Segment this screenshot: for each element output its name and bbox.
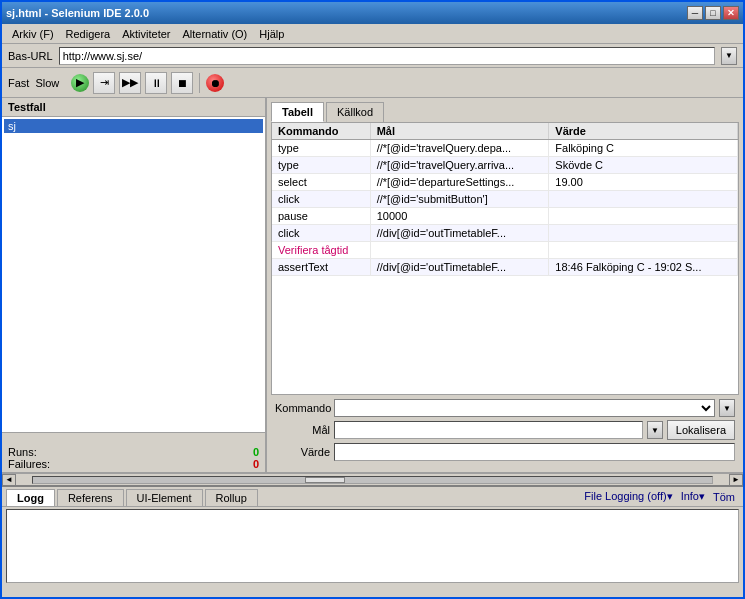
runs-row: Runs: 0 xyxy=(8,446,259,458)
failures-value: 0 xyxy=(253,458,259,470)
menu-arkiv[interactable]: Arkiv (F) xyxy=(6,26,60,42)
url-dropdown-button[interactable]: ▼ xyxy=(721,47,737,65)
menu-hjalp[interactable]: Hjälp xyxy=(253,26,290,42)
menu-redigera[interactable]: Redigera xyxy=(60,26,117,42)
table-row[interactable]: assertText//div[@id='outTimetableF...18:… xyxy=(272,259,738,276)
tab-rollup[interactable]: Rollup xyxy=(205,489,258,506)
url-input[interactable] xyxy=(59,47,715,65)
table-row[interactable]: select//*[@id='departureSettings...19.00 xyxy=(272,174,738,191)
scroll-right-btn[interactable]: ► xyxy=(729,474,743,486)
stop-button[interactable]: ⏹ xyxy=(171,72,193,94)
command-area: Kommando ▼ Mål ▼ Lokalisera Värde xyxy=(271,395,739,468)
mal-label: Mål xyxy=(275,424,330,436)
table-row[interactable]: Verifiera tågtid xyxy=(272,242,738,259)
col-kommando: Kommando xyxy=(272,123,370,140)
mal-dropdown[interactable]: ▼ xyxy=(647,421,663,439)
close-button[interactable]: ✕ xyxy=(723,6,739,20)
right-panel: Tabell Källkod Kommando Mål Värde type//… xyxy=(267,98,743,472)
cell-varde: 18:46 Falköping C - 19:02 S... xyxy=(549,259,738,276)
maximize-button[interactable]: □ xyxy=(705,6,721,20)
lokalisera-button[interactable]: Lokalisera xyxy=(667,420,735,440)
left-scrollbar[interactable] xyxy=(2,432,265,444)
cell-varde: Falköping C xyxy=(549,140,738,157)
test-item-sj[interactable]: sj xyxy=(4,119,263,133)
title-text: sj.html - Selenium IDE 2.0.0 xyxy=(6,7,149,19)
bottom-right-controls: File Logging (off)▾ Info▾ Töm xyxy=(584,490,739,505)
pause-button[interactable]: ⏸ xyxy=(145,72,167,94)
table-row[interactable]: type//*[@id='travelQuery.arriva...Skövde… xyxy=(272,157,738,174)
tom-button[interactable]: Töm xyxy=(713,491,735,503)
varde-label: Värde xyxy=(275,446,330,458)
tab-ui-element[interactable]: UI-Element xyxy=(126,489,203,506)
table-row[interactable]: click//*[@id='submitButton'] xyxy=(272,191,738,208)
bottom-tab-bar: Logg Referens UI-Element Rollup File Log… xyxy=(2,487,743,507)
testfall-header: Testfall xyxy=(2,98,265,117)
cell-kommando: click xyxy=(272,191,370,208)
file-logging-button[interactable]: File Logging (off)▾ xyxy=(584,490,672,503)
right-tab-bar: Tabell Källkod xyxy=(271,102,739,122)
cell-varde: 19.00 xyxy=(549,174,738,191)
failures-label: Failures: xyxy=(8,458,50,470)
cell-varde xyxy=(549,191,738,208)
bottom-content-area xyxy=(6,509,739,583)
menu-alternativ[interactable]: Alternativ (O) xyxy=(176,26,253,42)
tab-tabell[interactable]: Tabell xyxy=(271,102,324,122)
minimize-button[interactable]: ─ xyxy=(687,6,703,20)
step-button[interactable]: ⇥ xyxy=(93,72,115,94)
mal-input[interactable] xyxy=(334,421,643,439)
varde-row: Värde xyxy=(275,443,735,461)
table-row[interactable]: click//div[@id='outTimetableF... xyxy=(272,225,738,242)
table-row[interactable]: pause10000 xyxy=(272,208,738,225)
cell-mal: //*[@id='submitButton'] xyxy=(370,191,549,208)
cell-kommando: type xyxy=(272,140,370,157)
cell-mal: //*[@id='departureSettings... xyxy=(370,174,549,191)
cell-mal xyxy=(370,242,549,259)
cell-mal: //*[@id='travelQuery.arriva... xyxy=(370,157,549,174)
cell-varde xyxy=(549,242,738,259)
test-list: sj xyxy=(2,117,265,432)
record-button[interactable]: ⏺ xyxy=(206,74,224,92)
runs-value: 0 xyxy=(253,446,259,458)
tab-logg[interactable]: Logg xyxy=(6,489,55,506)
left-panel: Testfall sj Runs: 0 Failures: 0 xyxy=(2,98,267,472)
col-varde: Värde xyxy=(549,123,738,140)
toolbar-separator xyxy=(199,73,200,93)
command-table: Kommando Mål Värde type//*[@id='travelQu… xyxy=(272,123,738,276)
mal-row: Mål ▼ Lokalisera xyxy=(275,420,735,440)
kommando-label: Kommando xyxy=(275,402,330,414)
cell-varde xyxy=(549,208,738,225)
window-controls: ─ □ ✕ xyxy=(687,6,739,20)
slow-label: Slow xyxy=(35,77,59,89)
cell-kommando: click xyxy=(272,225,370,242)
cell-varde: Skövde C xyxy=(549,157,738,174)
scroll-left-btn[interactable]: ◄ xyxy=(2,474,16,486)
cell-varde xyxy=(549,225,738,242)
kommando-dropdown[interactable]: ▼ xyxy=(719,399,735,417)
table-row[interactable]: type//*[@id='travelQuery.depa...Falköpin… xyxy=(272,140,738,157)
run-all-button[interactable]: ▶▶ xyxy=(119,72,141,94)
url-label: Bas-URL xyxy=(8,50,53,62)
fast-label: Fast xyxy=(8,77,29,89)
tab-kallkod[interactable]: Källkod xyxy=(326,102,384,122)
cell-kommando: pause xyxy=(272,208,370,225)
speed-group: Fast Slow xyxy=(8,77,61,89)
cell-mal: 10000 xyxy=(370,208,549,225)
info-button[interactable]: Info▾ xyxy=(681,490,705,503)
cell-kommando: select xyxy=(272,174,370,191)
title-bar: sj.html - Selenium IDE 2.0.0 ─ □ ✕ xyxy=(2,2,743,24)
varde-input[interactable] xyxy=(334,443,735,461)
stats-area: Runs: 0 Failures: 0 xyxy=(2,444,265,472)
play-button[interactable]: ▶ xyxy=(71,74,89,92)
url-bar: Bas-URL ▼ xyxy=(2,44,743,68)
scroll-thumb[interactable] xyxy=(305,477,345,483)
main-content: Testfall sj Runs: 0 Failures: 0 Tabell K… xyxy=(2,98,743,473)
menu-bar: Arkiv (F) Redigera Aktiviteter Alternati… xyxy=(2,24,743,44)
menu-aktiviteter[interactable]: Aktiviteter xyxy=(116,26,176,42)
scroll-track[interactable] xyxy=(32,476,713,484)
cell-mal: //div[@id='outTimetableF... xyxy=(370,259,549,276)
cell-mal: //div[@id='outTimetableF... xyxy=(370,225,549,242)
toolbar: Fast Slow ▶ ⇥ ▶▶ ⏸ ⏹ ⏺ xyxy=(2,68,743,98)
kommando-select[interactable] xyxy=(334,399,715,417)
tab-referens[interactable]: Referens xyxy=(57,489,124,506)
horizontal-scrollbar[interactable]: ◄ ► xyxy=(2,473,743,485)
